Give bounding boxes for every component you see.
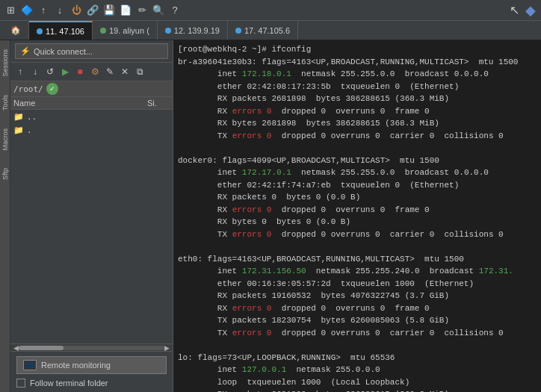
tab-3[interactable]: 17. 47.105.6 bbox=[228, 21, 298, 40]
top-toolbar: ⊞ 🔷 ↑ ↓ ⏻ 🔗 💾 📄 ✏ 🔍 ? ↖ ◆ bbox=[0, 0, 541, 21]
follow-terminal-label: Follow terminal folder bbox=[30, 379, 108, 388]
terminal-line-12: RX packets 0 bytes 0 (0.0 B) bbox=[178, 191, 537, 204]
toolbar-btn-new[interactable]: ✎ bbox=[103, 65, 117, 78]
folder-icon-dot: 📁 bbox=[13, 125, 24, 135]
path-ok-indicator: ✓ bbox=[46, 83, 58, 95]
file-list: 📁 .. 📁 . bbox=[10, 110, 173, 343]
tab-0[interactable]: 11. 47.106 bbox=[29, 21, 93, 40]
col-size-header: Si. bbox=[147, 99, 170, 108]
toolbar-btn-connect[interactable]: ▶ bbox=[58, 65, 72, 78]
file-row-dot[interactable]: 📁 . bbox=[10, 123, 173, 137]
scrollbar-thumb[interactable] bbox=[19, 346, 64, 350]
toolbar-btn-refresh[interactable]: ↺ bbox=[43, 65, 57, 78]
follow-terminal-checkbox[interactable] bbox=[16, 379, 25, 388]
terminal-line-28: RX packets 2681898 bytes 386288615 (368.… bbox=[178, 388, 537, 392]
quick-connect-button[interactable]: ⚡ Quick connect... bbox=[15, 43, 168, 59]
tab-1[interactable]: 19. aliyun ( bbox=[93, 21, 158, 40]
icon-9[interactable]: 🔍 bbox=[152, 4, 164, 16]
terminal-line-15: TX errors 0 dropped 0 overruns 0 carrier… bbox=[178, 228, 537, 241]
toolbar-btn-copy[interactable]: ⧉ bbox=[133, 65, 146, 78]
quick-connect-icon: ⚡ bbox=[20, 46, 31, 56]
main-area: Sessions Tools Macros Sftp ⚡ Quick conne… bbox=[0, 40, 541, 392]
terminal-line-23: TX errors 0 dropped 0 overruns 0 carrier… bbox=[178, 327, 537, 340]
terminal-line-1: br-a396041e30b3: flags=4163<UP,BROADCAST… bbox=[178, 56, 537, 69]
tab-2[interactable]: 12. 139.9.19 bbox=[158, 21, 228, 40]
logo-icon: ◆ bbox=[525, 4, 537, 16]
terminal-line-27: loop txqueuelen 1000 (Local Loopback) bbox=[178, 376, 537, 389]
sidebar-bottom: Remote monitoring Follow terminal folder bbox=[10, 351, 173, 392]
file-name-dotdot: .. bbox=[27, 112, 170, 122]
terminal-line-8 bbox=[178, 142, 537, 155]
terminal-line-0: [root@webkhq-2 ~]# ifconfig bbox=[178, 43, 537, 56]
quick-connect-label: Quick connect... bbox=[34, 47, 93, 56]
icon-2[interactable]: ↑ bbox=[37, 4, 49, 16]
path-bar: /root/ ✓ bbox=[10, 81, 173, 97]
file-list-header: Name Si. bbox=[10, 97, 173, 110]
tab-bar: 🏠 11. 47.106 19. aliyun ( 12. 139.9.19 1… bbox=[0, 21, 541, 40]
folder-icon: 📁 bbox=[13, 111, 24, 122]
scroll-left-btn[interactable]: ◀ bbox=[13, 344, 19, 352]
remote-monitoring-button[interactable]: Remote monitoring bbox=[16, 356, 167, 374]
file-row-dotdot[interactable]: 📁 .. bbox=[10, 110, 173, 123]
monitor-icon bbox=[23, 360, 37, 370]
terminal-area: [root@webkhq-2 ~]# ifconfig br-a396041e3… bbox=[173, 40, 541, 392]
tab-dot-1 bbox=[100, 28, 106, 34]
terminal-line-20: RX packets 19160532 bytes 4076322745 (3.… bbox=[178, 290, 537, 302]
sidebar-toolbar: ↑ ↓ ↺ ▶ ■ ⚙ ✎ ✕ ⧉ bbox=[10, 63, 173, 81]
file-name-dot: . bbox=[27, 125, 170, 135]
terminal-line-16 bbox=[178, 240, 537, 253]
terminal-line-21: RX errors 0 dropped 0 overruns 0 frame 0 bbox=[178, 302, 537, 315]
file-panel: /root/ ✓ Name Si. 📁 .. 📁 . bbox=[10, 81, 173, 351]
toolbar-btn-arrow-down[interactable]: ↓ bbox=[28, 65, 42, 78]
icon-4[interactable]: ⏻ bbox=[70, 4, 82, 16]
scroll-right-btn[interactable]: ▶ bbox=[164, 344, 170, 352]
terminal-line-5: RX errors 0 dropped 0 overruns 0 frame 0 bbox=[178, 105, 537, 118]
tab-dot-0 bbox=[37, 28, 43, 34]
icon-5[interactable]: 🔗 bbox=[87, 4, 99, 16]
toolbar-btn-disconnect[interactable]: ■ bbox=[73, 65, 87, 78]
toolbar-btn-settings[interactable]: ⚙ bbox=[88, 65, 102, 78]
tools-vtab[interactable]: Tools bbox=[0, 93, 10, 112]
toolbar-btn-delete[interactable]: ✕ bbox=[118, 65, 132, 78]
home-icon: 🏠 bbox=[10, 25, 21, 35]
terminal-line-14: RX bytes 0 bytes 0 (0.0 B) bbox=[178, 216, 537, 228]
terminal-line-19: ether 00:16:3e:05:57:2d txqueuelen 1000 … bbox=[178, 278, 537, 290]
terminal-line-13: RX errors 0 dropped 0 overruns 0 frame 0 bbox=[178, 204, 537, 217]
col-name-header: Name bbox=[13, 99, 147, 108]
sidebar: ⚡ Quick connect... ↑ ↓ ↺ ▶ ■ ⚙ ✎ ✕ ⧉ /ro… bbox=[10, 40, 173, 392]
terminal-line-24 bbox=[178, 339, 537, 352]
icon-6[interactable]: 💾 bbox=[103, 4, 115, 16]
tab-label-0: 11. 47.106 bbox=[46, 27, 84, 36]
terminal-line-6: RX bytes 2681898 bytes 386288615 (368.3 … bbox=[178, 117, 537, 130]
sftp-vtab[interactable]: Sftp bbox=[0, 167, 10, 181]
tab-label-3: 17. 47.105.6 bbox=[244, 26, 290, 35]
terminal-line-11: ether 02:42:1f:74:a7:eb txqueuelen 0 (Et… bbox=[178, 179, 537, 192]
icon-7[interactable]: 📄 bbox=[120, 4, 132, 16]
window-icon[interactable]: ⊞ bbox=[4, 4, 16, 16]
follow-terminal-row[interactable]: Follow terminal folder bbox=[16, 379, 167, 388]
tab-label-2: 12. 139.9.19 bbox=[174, 26, 220, 35]
terminal-line-3: ether 02:42:08:17:23:5b txqueuelen 0 (Et… bbox=[178, 81, 537, 93]
remote-monitoring-label: Remote monitoring bbox=[41, 361, 111, 370]
sessions-vtab[interactable]: Sessions bbox=[0, 48, 10, 78]
terminal-content[interactable]: [root@webkhq-2 ~]# ifconfig br-a396041e3… bbox=[173, 40, 541, 392]
terminal-line-17: eth0: flags=4163<UP,BROADCAST,RUNNING,MU… bbox=[178, 253, 537, 266]
terminal-line-26: inet 127.0.0.1 netmask 255.0.0.0 bbox=[178, 364, 537, 376]
terminal-line-2: inet 172.18.0.1 netmask 255.255.0.0 broa… bbox=[178, 68, 537, 81]
terminal-line-25: lo: flags=73<UP,LOOPBACK,RUNNING> mtu 65… bbox=[178, 352, 537, 364]
terminal-line-7: TX errors 0 dropped 0 overruns 0 carrier… bbox=[178, 130, 537, 143]
tab-home[interactable]: 🏠 bbox=[3, 21, 29, 40]
macros-vtab[interactable]: Macros bbox=[0, 127, 10, 152]
icon-1[interactable]: 🔷 bbox=[21, 4, 33, 16]
help-icon[interactable]: ? bbox=[169, 4, 181, 16]
icon-3[interactable]: ↓ bbox=[54, 4, 66, 16]
cursor-icon: ↖ bbox=[508, 4, 520, 16]
tab-dot-2 bbox=[165, 28, 171, 34]
terminal-line-9: docker0: flags=4099<UP,BROADCAST,MULTICA… bbox=[178, 155, 537, 167]
terminal-line-10: inet 172.17.0.1 netmask 255.255.0.0 broa… bbox=[178, 167, 537, 179]
icon-8[interactable]: ✏ bbox=[136, 4, 148, 16]
terminal-line-18: inet 172.31.156.50 netmask 255.255.240.0… bbox=[178, 265, 537, 278]
monitor-screen bbox=[25, 362, 34, 368]
tab-dot-3 bbox=[235, 28, 241, 34]
toolbar-btn-arrow-up[interactable]: ↑ bbox=[13, 65, 27, 78]
